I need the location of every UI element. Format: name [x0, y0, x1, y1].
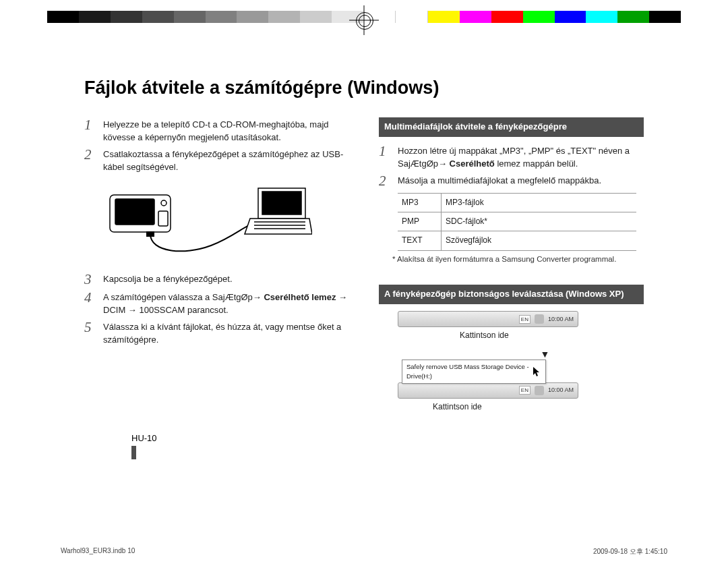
right-column: Multimédiafájlok átvitele a fényképezőgé…: [379, 117, 644, 418]
section-header-multimedia: Multimédiafájlok átvitele a fényképezőgé…: [379, 117, 644, 137]
cell: PMP: [398, 212, 442, 231]
cell: TEXT: [398, 231, 442, 250]
r-step-1: 1 Hozzon létre új mappákat „MP3", „PMP" …: [379, 144, 644, 171]
step-text: Másolja a multimédiafájlokat a megfelelő…: [398, 173, 644, 189]
tray-time: 10:00 AM: [548, 386, 574, 395]
text-bold: Cserélhető lemez: [264, 292, 336, 302]
footer-date: 2009-09-18 오후 1:45:10: [593, 547, 667, 556]
arrow-down-icon: ▼: [446, 347, 644, 361]
popup-text: Safely remove USB Mass Storage Device - …: [406, 363, 529, 380]
text: A számítógépen válassza a SajÆtgØp→: [103, 292, 264, 302]
step-number: 1: [379, 144, 398, 171]
tray-time: 10:00 AM: [548, 315, 574, 324]
step-text: A számítógépen válassza a SajÆtgØp→ Cser…: [103, 290, 349, 317]
svg-rect-6: [262, 192, 301, 214]
table-row: PMP SDC-fájlok*: [398, 212, 636, 231]
left-column: 1 Helyezze be a telepítő CD-t a CD-ROM-m…: [84, 117, 349, 418]
text: lemez mappán belül.: [495, 159, 578, 169]
safely-remove-popup: Safely remove USB Mass Storage Device - …: [402, 360, 546, 384]
registration-mark: [352, 8, 376, 32]
step-text: Helyezze be a telepítő CD-t a CD-ROM-meg…: [103, 117, 349, 144]
cell: MP3: [398, 194, 442, 212]
caption-click-here: Kattintson ide: [433, 401, 644, 413]
footer-file: Warhol93_EUR3.indb 10: [61, 547, 135, 556]
step-number: 3: [84, 272, 103, 287]
tray-icon: [535, 386, 544, 395]
section-header-disconnect: A fényképezőgép biztonságos leválasztása…: [379, 285, 644, 304]
step-4: 4 A számítógépen válassza a SajÆtgØp→ Cs…: [84, 290, 349, 317]
r-step-2: 2 Másolja a multimédiafájlokat a megfele…: [379, 173, 644, 189]
step-3: 3 Kapcsolja be a fényképezőgépet.: [84, 272, 349, 287]
page-title: Fájlok átvitele a számítógépre (Windows): [84, 78, 644, 98]
cell: Szövegfájlok: [442, 231, 636, 250]
step-1: 1 Helyezze be a telepítő CD-t a CD-ROM-m…: [84, 117, 349, 144]
step-5: 5 Válassza ki a kívánt fájlokat, és húzz…: [84, 320, 349, 347]
cell: SDC-fájlok*: [442, 212, 636, 231]
tray-icon: [535, 314, 544, 324]
text-bold: Cserélhető: [450, 159, 495, 169]
step-number: 4: [84, 290, 103, 317]
page-number-bar: [131, 446, 136, 459]
step-number: 2: [84, 147, 103, 174]
table-row: MP3 MP3-fájlok: [398, 194, 636, 212]
step-text: Válassza ki a kívánt fájlokat, és húzza …: [103, 320, 349, 347]
step-text: Kapcsolja be a fényképezőgépet.: [103, 272, 349, 287]
taskbar-illustration-2: Safely remove USB Mass Storage Device - …: [398, 360, 644, 399]
system-tray: EN 10:00 AM: [398, 382, 578, 399]
taskbar-illustration-1: EN 10:00 AM: [398, 311, 644, 327]
camera-laptop-diagram: [103, 181, 312, 262]
print-crop-top: [0, 0, 728, 40]
svg-rect-1: [115, 199, 154, 225]
svg-point-2: [161, 200, 166, 206]
language-indicator: EN: [519, 386, 530, 395]
step-2: 2 Csatlakoztassa a fényképezőgépet a szá…: [84, 147, 349, 174]
step-number: 1: [84, 117, 103, 144]
cursor-icon: [533, 367, 541, 378]
svg-rect-3: [158, 211, 168, 226]
print-footer: Warhol93_EUR3.indb 10 2009-09-18 오후 1:45…: [61, 547, 667, 556]
table-row: TEXT Szövegfájlok: [398, 231, 636, 250]
table-footnote: * Alakítsa át ilyen formátumra a Samsung…: [392, 254, 644, 265]
page-number-text: HU-10: [131, 433, 157, 443]
caption-click-here: Kattintson ide: [460, 330, 644, 341]
system-tray: EN 10:00 AM: [398, 311, 578, 327]
step-text: Hozzon létre új mappákat „MP3", „PMP" és…: [398, 144, 644, 171]
language-indicator: EN: [519, 315, 530, 324]
step-number: 5: [84, 320, 103, 347]
svg-rect-4: [146, 231, 154, 237]
page-content: Fájlok átvitele a számítógépre (Windows)…: [84, 78, 644, 459]
step-text: Csatlakoztassa a fényképezőgépet a számí…: [103, 147, 349, 174]
page-number: HU-10: [131, 433, 644, 459]
cell: MP3-fájlok: [442, 194, 636, 212]
file-type-table: MP3 MP3-fájlok PMP SDC-fájlok* TEXT Szöv…: [398, 193, 636, 251]
step-number: 2: [379, 173, 398, 189]
